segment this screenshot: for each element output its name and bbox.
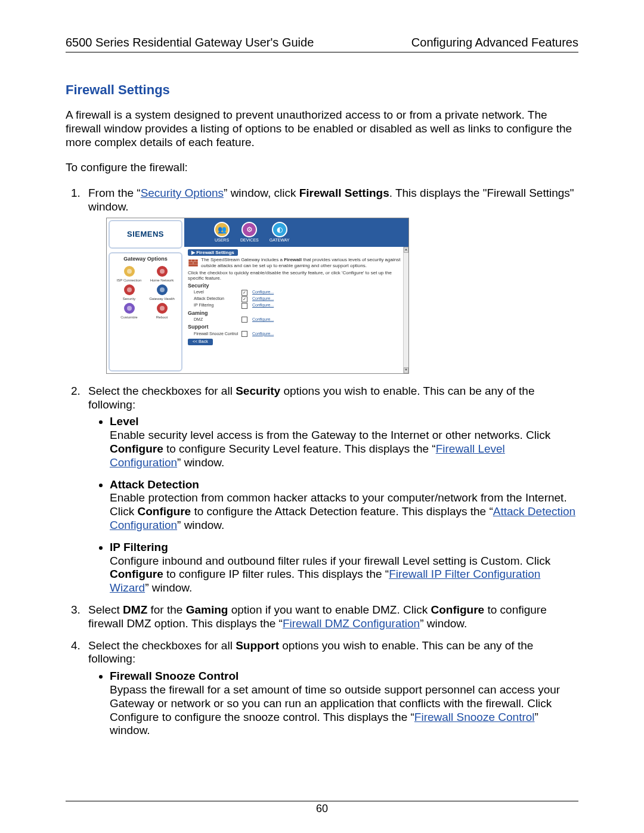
row-ip-filtering: IP FilteringConfigure...	[188, 303, 405, 309]
section-header-security: Security	[188, 283, 405, 289]
step3-t2: for the	[147, 603, 185, 616]
page-number: 60	[66, 801, 578, 815]
step3-b1: DMZ	[123, 603, 147, 616]
step-2: Select the checkboxes for all Security o…	[83, 385, 578, 595]
row-dmz: DMZConfigure...	[188, 317, 405, 323]
bullet-level: Level Enable security level access is fr…	[110, 415, 578, 469]
bullet-attack-bold: Configure	[137, 505, 191, 518]
configure-link[interactable]: Configure...	[252, 317, 288, 322]
shot-sidebar: SIEMENS Gateway Options ISP ConnectionHo…	[107, 218, 184, 373]
row-label: IP Filtering	[194, 303, 242, 308]
bullet-attack-title: Attack Detection	[110, 478, 199, 491]
section-title: Firewall Settings	[66, 82, 578, 98]
step4-pre: Select the checkboxes for all	[88, 639, 236, 652]
steps-list: From the “Security Options” window, clic…	[66, 187, 578, 738]
page-header: 6500 Series Residential Gateway User's G…	[66, 36, 578, 52]
scrollbar[interactable]: ▲ ▼	[403, 247, 408, 373]
step3-b3: Configure	[431, 603, 484, 616]
gateway-option-customize[interactable]: Customize	[113, 302, 145, 319]
section-header-gaming: Gaming	[188, 310, 405, 317]
step-2-bold: Security	[236, 385, 280, 397]
row-label: Attack Detection	[194, 296, 242, 301]
bullet-level-text3: ” window.	[177, 456, 224, 469]
bullet-ip-text3: ” window.	[145, 581, 192, 594]
step3-t5: ” window.	[420, 617, 467, 630]
step3-t3: option if you want to enable DMZ. Click	[228, 603, 431, 616]
bullet-attack: Attack Detection Enable protection from …	[110, 478, 578, 532]
step-4-bullets: Firewall Snooze Control Bypass the firew…	[88, 670, 578, 738]
bullet-ip-text1: Configure inbound and outbound filter ru…	[110, 555, 550, 567]
svg-point-3	[160, 269, 165, 274]
security-options-link[interactable]: Security Options	[141, 187, 224, 199]
scroll-up-icon[interactable]: ▲	[404, 247, 408, 253]
gateway-option-security[interactable]: Security	[113, 283, 145, 301]
svg-point-7	[160, 287, 165, 292]
step-1: From the “Security Options” window, clic…	[83, 187, 578, 374]
step-2-pre: Select the checkboxes for all	[88, 385, 236, 397]
shot-intro-2: Click the checkbox to quickly enable/dis…	[188, 270, 405, 281]
back-button[interactable]: << Back	[188, 339, 213, 345]
bullet-ipfilter-title: IP Filtering	[110, 541, 168, 553]
page: 6500 Series Residential Gateway User's G…	[0, 0, 644, 833]
checkbox[interactable]	[242, 303, 247, 309]
configure-link[interactable]: Configure...	[252, 303, 288, 308]
step3-b2: Gaming	[186, 603, 228, 616]
lead-in: To configure the firewall:	[66, 161, 578, 175]
checkbox[interactable]: ✓	[242, 296, 247, 302]
row-label: Level	[194, 290, 242, 295]
checkbox[interactable]: ✓	[242, 290, 247, 296]
shot-intro-1: The SpeedStream Gateway includes a Firew…	[201, 257, 405, 268]
bullet-level-title: Level	[110, 415, 139, 428]
header-left: 6500 Series Residential Gateway User's G…	[66, 36, 314, 49]
bullet-attack-text3: ” window.	[177, 519, 224, 531]
topbar-gateway[interactable]: ◐GATEWAY	[270, 222, 290, 243]
svg-point-1	[127, 269, 132, 274]
bullet-snooze: Firewall Snooze Control Bypass the firew…	[110, 670, 578, 738]
svg-point-11	[160, 306, 165, 311]
shot-main: 👥USERS⚙DEVICES◐GATEWAY ▶ Firewall Settin…	[184, 218, 408, 373]
bullet-ip-text2: to configure IP filter rules. This displ…	[163, 568, 389, 580]
configure-link[interactable]: Configure...	[252, 332, 288, 336]
configure-link[interactable]: Configure...	[252, 290, 288, 295]
svg-point-5	[127, 287, 132, 292]
topbar-devices[interactable]: ⚙DEVICES	[240, 222, 259, 243]
shot-topbar: 👥USERS⚙DEVICES◐GATEWAY	[184, 218, 408, 247]
gateway-option-reboot[interactable]: Reboot	[146, 302, 178, 319]
header-right: Configuring Advanced Features	[411, 36, 578, 49]
gateway-option-gateway-health[interactable]: Gateway Health	[146, 283, 178, 301]
bullet-level-text2: to configure Security Level feature. Thi…	[163, 442, 436, 455]
intro-paragraph: A firewall is a system designed to preve…	[66, 109, 578, 149]
gateway-option-isp-connection[interactable]: ISP Connection	[113, 265, 145, 282]
siemens-logo: SIEMENS	[109, 220, 182, 249]
step-1-text: From the “	[88, 187, 141, 199]
row-attack-detection: Attack Detection✓Configure...	[188, 296, 405, 302]
bullet-ipfilter: IP Filtering Configure inbound and outbo…	[110, 541, 578, 595]
gateway-options-title: Gateway Options	[110, 253, 181, 264]
svg-point-9	[127, 306, 132, 311]
step-3: Select DMZ for the Gaming option if you …	[83, 603, 578, 631]
gateway-options-panel: Gateway Options ISP ConnectionHome Netwo…	[109, 252, 182, 371]
step4-bold: Support	[236, 639, 279, 652]
topbar-users[interactable]: 👥USERS	[214, 222, 230, 243]
section-header-support: Support	[188, 324, 405, 330]
dmz-config-link[interactable]: Firewall DMZ Configuration	[283, 617, 420, 630]
step3-t1: Select	[88, 603, 123, 616]
gateway-option-home-network[interactable]: Home Network	[146, 265, 178, 282]
row-firewall-snooze-control: Firewall Snooze ControlConfigure...	[188, 331, 405, 337]
shot-body: ▶ Firewall Settings The SpeedStream Gate…	[184, 247, 408, 373]
row-label: Firewall Snooze Control	[194, 332, 242, 336]
scroll-down-icon[interactable]: ▼	[404, 367, 408, 373]
step-2-bullets: Level Enable security level access is fr…	[88, 415, 578, 595]
snooze-control-link[interactable]: Firewall Snooze Control	[414, 711, 535, 723]
row-level: Level✓Configure...	[188, 290, 405, 296]
bullet-snooze-title: Firewall Snooze Control	[110, 670, 239, 682]
configure-link[interactable]: Configure...	[252, 296, 288, 301]
breadcrumb: ▶ Firewall Settings	[188, 249, 238, 256]
checkbox[interactable]	[242, 317, 247, 323]
firewall-icon	[188, 258, 199, 268]
step-1-mid: ” window, click	[224, 187, 299, 199]
step-1-bold: Firewall Settings	[299, 187, 389, 199]
bullet-attack-text2: to configure the Attack Detection featur…	[191, 505, 493, 518]
bullet-ip-bold: Configure	[110, 568, 163, 580]
checkbox[interactable]	[242, 331, 247, 337]
